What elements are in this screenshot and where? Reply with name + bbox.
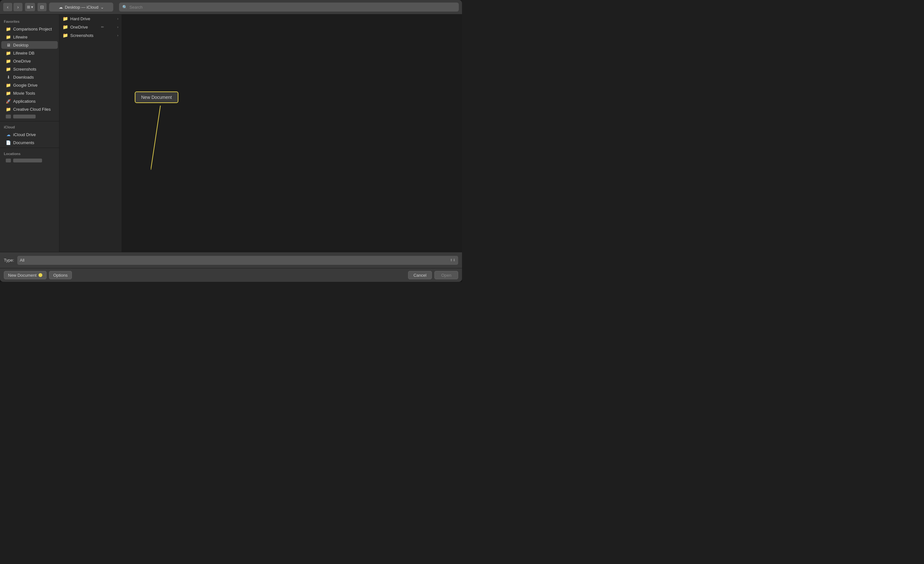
sidebar-item-creative-cloud[interactable]: 📁 Creative Cloud Files — [1, 105, 58, 113]
type-label: Type: — [4, 258, 14, 263]
file-item-label: Screenshots — [70, 33, 93, 38]
options-button[interactable]: Options — [49, 271, 72, 279]
sidebar-item-label: Downloads — [13, 75, 34, 80]
options-label: Options — [53, 273, 68, 278]
folder-icon: 📁 — [6, 26, 11, 32]
type-bar: Type: All ⬆⬇ — [0, 252, 462, 268]
icloud-icon: ☁ — [6, 132, 11, 137]
sidebar-item-label: OneDrive — [13, 59, 31, 63]
arrow-icon: › — [117, 25, 118, 29]
sidebar-item-lifewire-db[interactable]: 📁 Lifewire DB — [1, 49, 58, 57]
sidebar-item-label: iCloud Drive — [13, 132, 36, 137]
divider — [0, 121, 59, 121]
sidebar-item-label: Desktop — [13, 43, 28, 48]
search-icon: 🔍 — [122, 5, 128, 10]
favorites-label: Favorites — [0, 17, 59, 25]
main-area: Favorites 📁 Comparisons Project 📁 Lifewi… — [0, 14, 462, 252]
search-box[interactable]: 🔍 — [119, 3, 459, 12]
folder-icon: 📁 — [6, 59, 11, 63]
sidebar-item-label: Applications — [13, 99, 36, 104]
sidebar-item-label: Lifewire DB — [13, 51, 34, 56]
document-icon: 📄 — [6, 140, 11, 145]
folder-icon: 📁 — [63, 33, 68, 38]
sidebar-item-label: Screenshots — [13, 67, 36, 72]
blurred-location-item — [1, 157, 58, 164]
downloads-icon: ⬇ — [6, 74, 11, 80]
save-dialog: ‹ › ⊞ ▾ ⊟ ☁ Desktop — iCloud ⌄ 🔍 Favorit… — [0, 0, 462, 282]
sidebar-item-label: Comparisons Project — [13, 27, 52, 32]
sidebar-item-documents[interactable]: 📄 Documents — [1, 139, 58, 146]
file-item-screenshots[interactable]: 📁 Screenshots › — [59, 31, 122, 39]
dropdown-arrow: ⌄ — [100, 5, 104, 10]
edit-icon: ✏ — [101, 25, 104, 29]
search-input[interactable] — [129, 5, 456, 10]
folder-icon: 📁 — [6, 66, 11, 72]
folder-icon: 📁 — [6, 50, 11, 56]
sidebar-item-icloud-drive[interactable]: ☁ iCloud Drive — [1, 131, 58, 138]
svg-line-0 — [151, 105, 160, 170]
sidebar-item-movie-tools[interactable]: 📁 Movie Tools — [1, 89, 58, 97]
new-document-button[interactable]: New Document — [4, 271, 46, 279]
type-select[interactable]: All ⬆⬇ — [17, 256, 458, 265]
new-document-label: New Document — [8, 273, 37, 278]
file-item-onedrive[interactable]: 📁 OneDrive ✏ › — [59, 23, 122, 31]
empty-content-area: New Document — [122, 14, 462, 252]
cancel-label: Cancel — [414, 273, 426, 278]
sidebar-item-label: Google Drive — [13, 83, 38, 88]
sidebar-item-google-drive[interactable]: 📁 Google Drive — [1, 81, 58, 89]
arrange-button[interactable]: ⊟ — [38, 3, 46, 11]
toolbar: ‹ › ⊞ ▾ ⊟ ☁ Desktop — iCloud ⌄ 🔍 — [0, 0, 462, 14]
arrow-icon: › — [117, 33, 118, 37]
sidebar-item-comparisons-project[interactable]: 📁 Comparisons Project — [1, 25, 58, 33]
locations-label: Locations — [0, 149, 59, 157]
folder-icon: 📁 — [63, 16, 68, 21]
file-item-label: Hard Drive — [70, 17, 90, 21]
yellow-dot — [39, 273, 42, 277]
sidebar-item-screenshots[interactable]: 📁 Screenshots — [1, 65, 58, 73]
callout-box: New Document — [135, 92, 178, 103]
type-value: All — [20, 258, 24, 263]
sidebar-item-applications[interactable]: 🚀 Applications — [1, 97, 58, 105]
sidebar-item-desktop[interactable]: 🖥 Desktop — [1, 41, 58, 49]
file-item-hard-drive[interactable]: 📁 Hard Drive › — [59, 14, 122, 23]
blurred-sidebar-item — [1, 113, 58, 120]
open-label: Open — [441, 273, 452, 278]
open-button[interactable]: Open — [434, 271, 458, 279]
type-arrow: ⬆⬇ — [450, 258, 456, 262]
folder-icon: 📁 — [6, 90, 11, 96]
location-label: Desktop — iCloud — [65, 5, 99, 10]
file-pane: 📁 Hard Drive › 📁 OneDrive ✏ › 📁 Screensh… — [59, 14, 122, 252]
callout-line — [151, 105, 196, 170]
sidebar-item-label: Lifewire — [13, 35, 28, 39]
nav-buttons: ‹ › — [3, 3, 22, 11]
view-button[interactable]: ⊞ ▾ — [25, 3, 35, 11]
back-button[interactable]: ‹ — [3, 3, 12, 11]
desktop-icon: 🖥 — [6, 42, 11, 48]
sidebar-item-lifewire[interactable]: 📁 Lifewire — [1, 33, 58, 41]
applications-icon: 🚀 — [6, 99, 11, 104]
location-dropdown[interactable]: ☁ Desktop — iCloud ⌄ — [49, 3, 113, 12]
sidebar-item-label: Creative Cloud Files — [13, 107, 51, 112]
file-item-label: OneDrive — [70, 25, 88, 30]
sidebar-item-label: Movie Tools — [13, 91, 35, 96]
actions-bar: New Document Options Cancel Open — [0, 268, 462, 282]
folder-icon: 📁 — [6, 83, 11, 88]
cancel-button[interactable]: Cancel — [408, 271, 432, 279]
sidebar-item-label: Documents — [13, 140, 34, 145]
forward-button[interactable]: › — [14, 3, 22, 11]
content-split: 📁 Hard Drive › 📁 OneDrive ✏ › 📁 Screensh… — [59, 14, 462, 252]
folder-icon: 📁 — [63, 24, 68, 30]
cloud-icon: ☁ — [59, 5, 63, 10]
sidebar-item-onedrive[interactable]: 📁 OneDrive — [1, 57, 58, 65]
sidebar: Favorites 📁 Comparisons Project 📁 Lifewi… — [0, 14, 59, 252]
folder-icon: 📁 — [6, 35, 11, 39]
callout-overlay: New Document — [135, 92, 178, 103]
folder-icon: 📁 — [6, 107, 11, 112]
icloud-label: iCloud — [0, 123, 59, 130]
sidebar-item-downloads[interactable]: ⬇ Downloads — [1, 73, 58, 81]
callout-label: New Document — [141, 95, 172, 100]
arrow-icon: › — [117, 17, 118, 21]
